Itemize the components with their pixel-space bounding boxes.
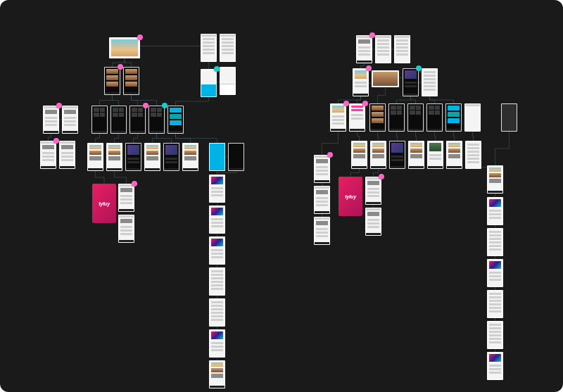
screen-frame-R-t3[interactable] [394, 35, 410, 63]
screen-frame-R-r3e[interactable] [407, 103, 424, 132]
screen-frame-R-r4a[interactable] [351, 141, 367, 169]
screen-frame-R-r4c[interactable] [389, 141, 405, 169]
screen-frame-R-r4d[interactable] [408, 141, 424, 169]
screen-frame-R-r3g[interactable] [445, 103, 462, 132]
screen-frame-L-s3[interactable] [209, 236, 225, 265]
splash-screen-L-splash[interactable]: tyfuy [92, 184, 116, 223]
screen-frame-L-s6[interactable] [209, 329, 225, 358]
screen-frame-R-r2c[interactable] [422, 68, 438, 96]
screen-frame-L-r3f[interactable] [148, 106, 165, 134]
screen-frame-L-s7[interactable] [209, 360, 225, 388]
screen-frame-R-s4[interactable] [487, 290, 503, 318]
screen-frame-R-r5a[interactable] [314, 155, 330, 183]
screen-frame-L-r3c[interactable] [91, 106, 108, 134]
screen-frame-L-s1[interactable] [209, 175, 225, 203]
screen-frame-R-r3c[interactable] [369, 103, 386, 132]
screen-frame-L-r4h[interactable] [182, 143, 198, 171]
screen-frame-L-hero[interactable] [109, 37, 140, 58]
screen-frame-R-r4b[interactable] [370, 141, 386, 169]
screen-frame-R-s5[interactable] [487, 321, 503, 349]
connector-layer [0, 0, 563, 392]
screen-frame-R-s3[interactable] [487, 259, 503, 287]
screen-frame-L-r2d[interactable] [220, 67, 236, 95]
screen-frame-R-s2[interactable] [487, 228, 503, 256]
screen-frame-R-r6a[interactable] [365, 177, 381, 205]
screen-frame-R-r5b[interactable] [314, 186, 330, 214]
brand-logo-text: tyfuy [345, 194, 356, 199]
screen-frame-R-r4g[interactable] [465, 141, 481, 169]
screen-frame-L-r5b[interactable] [118, 215, 134, 243]
screen-frame-L-s5[interactable] [209, 298, 225, 327]
screen-frame-L-r4c[interactable] [87, 143, 103, 171]
screen-frame-L-r3a[interactable] [43, 106, 59, 134]
screen-frame-L-r4f[interactable] [144, 143, 160, 171]
screen-frame-L-r2b[interactable] [123, 67, 139, 95]
screen-frame-L-r3g[interactable] [167, 106, 184, 134]
screen-frame-R-t2[interactable] [375, 35, 391, 63]
screen-frame-L-r4g[interactable] [163, 143, 179, 171]
screen-frame-R-r4f[interactable] [446, 141, 462, 169]
screen-frame-R-r4e[interactable] [427, 141, 443, 169]
screen-frame-L-r4b[interactable] [59, 141, 75, 169]
brand-logo-text: tyfuy [99, 201, 110, 206]
screen-frame-L-r3d[interactable] [110, 106, 127, 134]
splash-screen-R-splash[interactable]: tyfuy [339, 177, 362, 216]
screen-frame-R-r3f[interactable] [426, 103, 443, 132]
screen-frame-R-r6b[interactable] [365, 208, 381, 236]
screen-frame-L-r4i[interactable] [209, 143, 225, 171]
screen-frame-R-r3h[interactable] [464, 103, 481, 132]
screen-frame-R-s0[interactable] [487, 165, 503, 194]
screen-frame-L-s2[interactable] [209, 206, 225, 234]
screen-frame-R-s1[interactable] [487, 197, 503, 225]
screen-frame-R-r2a[interactable] [353, 68, 369, 96]
screen-frame-R-t1[interactable] [356, 35, 372, 63]
screen-frame-L-r4j[interactable] [228, 143, 244, 171]
screen-frame-L-r2c[interactable] [201, 69, 217, 97]
screen-frame-L-r3e[interactable] [129, 106, 146, 134]
screen-frame-L-s4[interactable] [209, 267, 225, 296]
screen-frame-L-t2[interactable] [220, 34, 236, 62]
screen-frame-R-r5c[interactable] [314, 217, 330, 245]
screen-frame-R-r3a[interactable] [330, 103, 346, 132]
screen-frame-L-r4d[interactable] [106, 143, 122, 171]
screen-frame-L-t1[interactable] [201, 34, 217, 62]
screen-frame-R-r2hero[interactable] [372, 70, 399, 87]
screen-frame-L-r4a[interactable] [40, 141, 56, 169]
screen-frame-L-r4e[interactable] [125, 143, 141, 171]
screen-frame-R-r2b[interactable] [403, 68, 419, 96]
screen-frame-R-r3d[interactable] [388, 103, 405, 132]
screen-frame-L-r3b[interactable] [62, 106, 78, 134]
screen-frame-R-r3b[interactable] [349, 103, 365, 132]
screen-frame-L-r5a[interactable] [118, 184, 134, 212]
screen-frame-R-r3i[interactable] [501, 103, 517, 132]
screen-frame-L-r2a[interactable] [104, 67, 120, 95]
screen-frame-R-s6[interactable] [487, 352, 503, 380]
design-canvas[interactable]: tyfuytyfuy [0, 0, 563, 392]
